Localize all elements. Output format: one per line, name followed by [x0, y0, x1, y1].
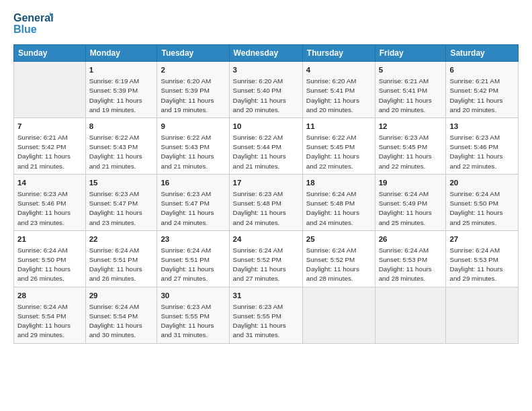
day-number: 23 [161, 234, 225, 244]
day-number: 29 [89, 290, 154, 301]
calendar-cell: 19Sunrise: 6:24 AM Sunset: 5:49 PM Dayli… [375, 174, 446, 230]
calendar-cell: 22Sunrise: 6:24 AM Sunset: 5:51 PM Dayli… [85, 230, 157, 287]
day-info: Sunrise: 6:23 AM Sunset: 5:48 PM Dayligh… [233, 189, 299, 228]
day-number: 25 [306, 234, 371, 244]
calendar-week-row: 1Sunrise: 6:19 AM Sunset: 5:39 PM Daylig… [14, 62, 519, 118]
day-info: Sunrise: 6:20 AM Sunset: 5:40 PM Dayligh… [233, 77, 299, 115]
day-info: Sunrise: 6:23 AM Sunset: 5:55 PM Dayligh… [233, 302, 299, 340]
calendar-cell: 24Sunrise: 6:24 AM Sunset: 5:52 PM Dayli… [229, 230, 302, 287]
calendar-cell [14, 62, 86, 118]
calendar-cell: 3Sunrise: 6:20 AM Sunset: 5:40 PM Daylig… [229, 62, 302, 118]
day-number: 15 [89, 177, 154, 188]
calendar-cell: 26Sunrise: 6:24 AM Sunset: 5:53 PM Dayli… [375, 230, 446, 287]
calendar-cell [446, 287, 519, 343]
calendar-week-row: 7Sunrise: 6:21 AM Sunset: 5:42 PM Daylig… [14, 118, 519, 174]
day-info: Sunrise: 6:24 AM Sunset: 5:51 PM Dayligh… [161, 246, 225, 284]
day-number: 13 [449, 121, 515, 132]
day-info: Sunrise: 6:23 AM Sunset: 5:46 PM Dayligh… [17, 189, 82, 228]
col-header-monday: Monday [85, 45, 157, 62]
day-info: Sunrise: 6:24 AM Sunset: 5:54 PM Dayligh… [17, 302, 82, 340]
day-number: 6 [449, 64, 515, 75]
calendar-cell: 15Sunrise: 6:23 AM Sunset: 5:47 PM Dayli… [85, 174, 157, 230]
day-info: Sunrise: 6:23 AM Sunset: 5:45 PM Dayligh… [379, 133, 443, 171]
calendar-cell: 7Sunrise: 6:21 AM Sunset: 5:42 PM Daylig… [14, 118, 86, 174]
day-info: Sunrise: 6:22 AM Sunset: 5:43 PM Dayligh… [161, 133, 225, 171]
day-info: Sunrise: 6:24 AM Sunset: 5:50 PM Dayligh… [17, 246, 82, 284]
day-info: Sunrise: 6:24 AM Sunset: 5:50 PM Dayligh… [449, 189, 515, 228]
day-info: Sunrise: 6:21 AM Sunset: 5:42 PM Dayligh… [17, 133, 82, 171]
col-header-saturday: Saturday [446, 45, 519, 62]
day-number: 16 [161, 177, 225, 188]
calendar-cell: 16Sunrise: 6:23 AM Sunset: 5:47 PM Dayli… [157, 174, 229, 230]
calendar-cell: 17Sunrise: 6:23 AM Sunset: 5:48 PM Dayli… [229, 174, 302, 230]
day-info: Sunrise: 6:23 AM Sunset: 5:55 PM Dayligh… [161, 302, 225, 340]
calendar-table: SundayMondayTuesdayWednesdayThursdayFrid… [13, 44, 519, 344]
day-info: Sunrise: 6:19 AM Sunset: 5:39 PM Dayligh… [89, 77, 154, 115]
calendar-cell: 8Sunrise: 6:22 AM Sunset: 5:43 PM Daylig… [85, 118, 157, 174]
day-info: Sunrise: 6:24 AM Sunset: 5:53 PM Dayligh… [449, 246, 515, 284]
calendar-header-row: SundayMondayTuesdayWednesdayThursdayFrid… [14, 45, 519, 62]
day-info: Sunrise: 6:22 AM Sunset: 5:45 PM Dayligh… [306, 133, 371, 171]
day-info: Sunrise: 6:22 AM Sunset: 5:43 PM Dayligh… [89, 133, 154, 171]
day-number: 24 [233, 234, 299, 244]
calendar-week-row: 14Sunrise: 6:23 AM Sunset: 5:46 PM Dayli… [14, 174, 519, 230]
day-number: 7 [17, 121, 82, 132]
calendar-cell: 29Sunrise: 6:24 AM Sunset: 5:54 PM Dayli… [85, 287, 157, 343]
day-number: 20 [449, 177, 515, 188]
day-number: 5 [379, 64, 443, 75]
calendar-week-row: 21Sunrise: 6:24 AM Sunset: 5:50 PM Dayli… [14, 230, 519, 287]
day-number: 26 [379, 234, 443, 244]
day-number: 8 [89, 121, 154, 132]
day-number: 28 [17, 290, 82, 301]
day-info: Sunrise: 6:24 AM Sunset: 5:54 PM Dayligh… [89, 302, 154, 340]
day-number: 4 [306, 64, 371, 75]
day-number: 14 [17, 177, 82, 188]
col-header-thursday: Thursday [302, 45, 375, 62]
svg-text:General: General [13, 12, 54, 24]
day-number: 2 [161, 64, 225, 75]
calendar-cell: 6Sunrise: 6:21 AM Sunset: 5:42 PM Daylig… [446, 62, 519, 118]
day-number: 3 [233, 64, 299, 75]
day-info: Sunrise: 6:21 AM Sunset: 5:42 PM Dayligh… [449, 77, 515, 115]
logo-svg: GeneralBlue [13, 11, 54, 38]
calendar-cell: 28Sunrise: 6:24 AM Sunset: 5:54 PM Dayli… [14, 287, 86, 343]
day-number: 27 [449, 234, 515, 244]
calendar-cell: 10Sunrise: 6:22 AM Sunset: 5:44 PM Dayli… [229, 118, 302, 174]
calendar-cell: 13Sunrise: 6:23 AM Sunset: 5:46 PM Dayli… [446, 118, 519, 174]
day-number: 22 [89, 234, 154, 244]
calendar-cell: 25Sunrise: 6:24 AM Sunset: 5:52 PM Dayli… [302, 230, 375, 287]
day-info: Sunrise: 6:24 AM Sunset: 5:52 PM Dayligh… [233, 246, 299, 284]
day-info: Sunrise: 6:24 AM Sunset: 5:49 PM Dayligh… [379, 189, 443, 228]
calendar-cell: 23Sunrise: 6:24 AM Sunset: 5:51 PM Dayli… [157, 230, 229, 287]
day-info: Sunrise: 6:23 AM Sunset: 5:47 PM Dayligh… [161, 189, 225, 228]
logo: GeneralBlue [13, 11, 54, 38]
calendar-cell: 27Sunrise: 6:24 AM Sunset: 5:53 PM Dayli… [446, 230, 519, 287]
calendar-cell: 12Sunrise: 6:23 AM Sunset: 5:45 PM Dayli… [375, 118, 446, 174]
day-info: Sunrise: 6:24 AM Sunset: 5:52 PM Dayligh… [306, 246, 371, 284]
col-header-tuesday: Tuesday [157, 45, 229, 62]
calendar-cell: 31Sunrise: 6:23 AM Sunset: 5:55 PM Dayli… [229, 287, 302, 343]
day-number: 11 [306, 121, 371, 132]
col-header-wednesday: Wednesday [229, 45, 302, 62]
col-header-friday: Friday [375, 45, 446, 62]
calendar-cell: 2Sunrise: 6:20 AM Sunset: 5:39 PM Daylig… [157, 62, 229, 118]
calendar-cell: 20Sunrise: 6:24 AM Sunset: 5:50 PM Dayli… [446, 174, 519, 230]
calendar-cell: 1Sunrise: 6:19 AM Sunset: 5:39 PM Daylig… [85, 62, 157, 118]
calendar-cell: 5Sunrise: 6:21 AM Sunset: 5:41 PM Daylig… [375, 62, 446, 118]
day-number: 17 [233, 177, 299, 188]
day-info: Sunrise: 6:22 AM Sunset: 5:44 PM Dayligh… [233, 133, 299, 171]
page-header: GeneralBlue [13, 11, 519, 38]
day-info: Sunrise: 6:20 AM Sunset: 5:41 PM Dayligh… [306, 77, 371, 115]
calendar-cell [375, 287, 446, 343]
day-info: Sunrise: 6:24 AM Sunset: 5:51 PM Dayligh… [89, 246, 154, 284]
calendar-cell: 18Sunrise: 6:24 AM Sunset: 5:48 PM Dayli… [302, 174, 375, 230]
calendar-cell: 9Sunrise: 6:22 AM Sunset: 5:43 PM Daylig… [157, 118, 229, 174]
col-header-sunday: Sunday [14, 45, 86, 62]
day-number: 18 [306, 177, 371, 188]
calendar-week-row: 28Sunrise: 6:24 AM Sunset: 5:54 PM Dayli… [14, 287, 519, 343]
day-info: Sunrise: 6:21 AM Sunset: 5:41 PM Dayligh… [379, 77, 443, 115]
day-number: 19 [379, 177, 443, 188]
day-info: Sunrise: 6:24 AM Sunset: 5:48 PM Dayligh… [306, 189, 371, 228]
day-number: 31 [233, 290, 299, 301]
calendar-cell: 21Sunrise: 6:24 AM Sunset: 5:50 PM Dayli… [14, 230, 86, 287]
